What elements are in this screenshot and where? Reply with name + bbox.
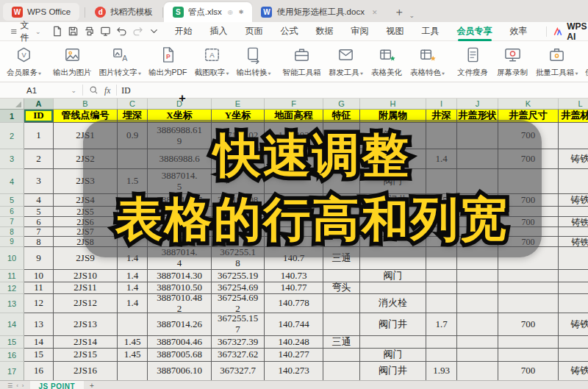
cell-G16[interactable]: [323, 349, 360, 362]
row-header-7[interactable]: 7: [0, 217, 24, 227]
cell-F11[interactable]: 140.73: [265, 270, 323, 282]
row-header-6[interactable]: 6: [0, 207, 24, 217]
cell-B13[interactable]: 2JS12: [54, 294, 118, 313]
menu-tab-页面[interactable]: 页面: [237, 23, 271, 40]
cell-A7[interactable]: 6: [24, 217, 54, 227]
cell-E16[interactable]: 367327.62: [212, 349, 265, 362]
cell-L10[interactable]: [559, 247, 588, 270]
cell-J14[interactable]: [457, 313, 498, 336]
cell-E15[interactable]: 367327.39: [212, 336, 265, 349]
menu-tab-插入[interactable]: 插入: [202, 23, 236, 40]
cell-A17[interactable]: 16: [24, 362, 54, 381]
cell-B15[interactable]: 2JS14: [54, 336, 118, 349]
cell-A15[interactable]: 14: [24, 336, 54, 349]
row-header-8[interactable]: 8: [0, 227, 24, 237]
cell-I15[interactable]: [426, 336, 457, 349]
cell-A13[interactable]: 12: [24, 294, 54, 313]
cell-I12[interactable]: [426, 282, 457, 294]
cell-J13[interactable]: [457, 294, 498, 313]
cell-I17[interactable]: 1.93: [426, 362, 457, 381]
undo-icon[interactable]: [116, 26, 127, 37]
cell-I14[interactable]: 1.7: [426, 313, 457, 336]
preview-icon[interactable]: [100, 26, 111, 37]
print-icon[interactable]: [84, 26, 95, 37]
toolbar-button-输出转换[interactable]: 输出转换▾: [233, 43, 275, 80]
cell-A5[interactable]: 4: [24, 194, 54, 207]
add-sheet-button[interactable]: +: [84, 381, 100, 389]
cell-K16[interactable]: [498, 349, 559, 362]
cell-G17[interactable]: [323, 362, 360, 381]
redo-icon[interactable]: [132, 26, 143, 37]
cell-J17[interactable]: [457, 362, 498, 381]
cell-L8[interactable]: [559, 227, 588, 237]
more-icon[interactable]: [148, 26, 159, 37]
cell-H11[interactable]: 阀门: [360, 270, 426, 282]
row-header-16[interactable]: 16: [0, 349, 24, 362]
row-header-10[interactable]: 10: [0, 247, 24, 270]
cell-B11[interactable]: 2JS10: [54, 270, 118, 282]
cell-H17[interactable]: 阀门井: [360, 362, 426, 381]
cell-G15[interactable]: 三通: [323, 336, 360, 349]
column-header-C[interactable]: C: [118, 99, 148, 109]
row-header-11[interactable]: 11: [0, 270, 24, 282]
menu-tab-开始[interactable]: 开始: [167, 23, 201, 40]
menu-tab-效率[interactable]: 效率: [502, 23, 536, 40]
cell-G13[interactable]: [323, 294, 360, 313]
column-header-J[interactable]: J: [457, 99, 498, 109]
cell-E11[interactable]: 367255.19: [212, 270, 265, 282]
cell-K15[interactable]: [498, 336, 559, 349]
row-header-15[interactable]: 15: [0, 336, 24, 349]
column-header-E[interactable]: E: [212, 99, 265, 109]
cell-L4[interactable]: [559, 169, 588, 194]
cell-L17[interactable]: 铸铁: [559, 362, 588, 381]
cell-E17[interactable]: 367327.7: [212, 362, 265, 381]
row-header-14[interactable]: 14: [0, 313, 24, 336]
cell-C12[interactable]: 1.4: [118, 282, 148, 294]
cell-A1[interactable]: ID: [24, 110, 54, 123]
column-header-G[interactable]: G: [323, 99, 360, 109]
toolbar-button-便捷工具[interactable]: 便捷工具▾: [582, 43, 588, 80]
file-menu-button[interactable]: 文件 ⌄: [6, 19, 46, 44]
cell-L9[interactable]: 铸铁: [559, 237, 588, 247]
cell-I16[interactable]: [426, 349, 457, 362]
column-header-L[interactable]: L: [559, 99, 588, 109]
toolbar-button-输出为图片[interactable]: 输出为图片: [49, 43, 96, 80]
new-tab-button[interactable]: ＋: [386, 5, 409, 22]
cell-C15[interactable]: 1.45: [118, 336, 148, 349]
window-tab-word[interactable]: W使用矩形选框工具.docx✕: [252, 2, 386, 22]
cell-D12[interactable]: 3887010.50: [148, 282, 212, 294]
toolbar-button-批量工具箱[interactable]: 批量工具箱▾: [532, 43, 582, 80]
save-icon[interactable]: [68, 26, 79, 37]
menu-tab-审阅[interactable]: 审阅: [343, 23, 377, 40]
close-tab-icon[interactable]: ✕: [372, 9, 378, 16]
cell-L7[interactable]: 铸铁: [559, 217, 588, 227]
cell-J12[interactable]: [457, 282, 498, 294]
cell-J16[interactable]: [457, 349, 498, 362]
cell-F17[interactable]: 140.273: [265, 362, 323, 381]
cell-L13[interactable]: [559, 294, 588, 313]
cell-H16[interactable]: 阀门: [360, 349, 426, 362]
cell-A16[interactable]: 15: [24, 349, 54, 362]
cell-L15[interactable]: [559, 336, 588, 349]
cell-G11[interactable]: [323, 270, 360, 282]
toolbar-button-表格美化[interactable]: 表格美化: [367, 43, 406, 80]
cell-C16[interactable]: 1.45: [118, 349, 148, 362]
cell-D16[interactable]: 3887005.68: [148, 349, 212, 362]
cell-A10[interactable]: 9: [24, 247, 54, 270]
cell-A3[interactable]: 2: [24, 149, 54, 169]
cell-L6[interactable]: [559, 207, 588, 217]
toolbar-button-输出为PDF[interactable]: P输出为PDF: [145, 43, 191, 80]
cell-L2[interactable]: [559, 123, 588, 149]
cell-E13[interactable]: 367254.69 2: [212, 294, 265, 313]
toolbar-button-表格特色[interactable]: 表格特色▾: [406, 43, 448, 80]
cell-A11[interactable]: 10: [24, 270, 54, 282]
cell-L3[interactable]: 铸铁: [559, 149, 588, 169]
cell-A14[interactable]: 13: [24, 313, 54, 336]
cell-G14[interactable]: [323, 313, 360, 336]
cell-C13[interactable]: 1.4: [118, 294, 148, 313]
cell-B14[interactable]: 2JS13: [54, 313, 118, 336]
cell-A2[interactable]: 1: [24, 123, 54, 149]
cell-K11[interactable]: [498, 270, 559, 282]
toolbar-button-文件瘦身[interactable]: 文件瘦身: [453, 43, 492, 80]
cell-L12[interactable]: [559, 282, 588, 294]
